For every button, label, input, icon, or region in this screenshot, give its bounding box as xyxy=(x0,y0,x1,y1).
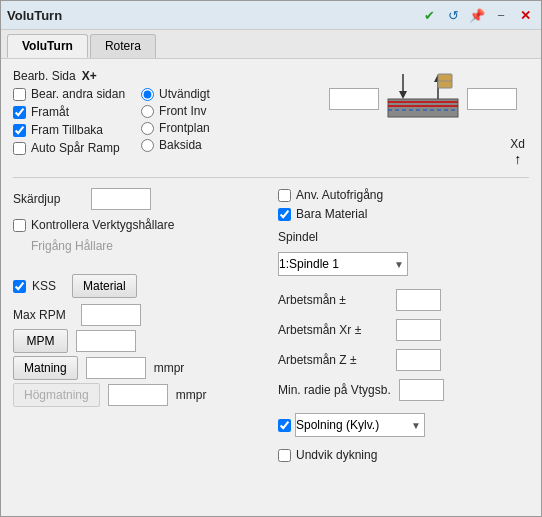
hogmatning-input[interactable]: 3 xyxy=(108,384,168,406)
min-radie-label: Min. radie på Vtygsb. xyxy=(278,383,391,397)
title-bar: VoluTurn ✔ ↺ 📌 − ✕ xyxy=(1,1,541,30)
undvik-dykning-label: Undvik dykning xyxy=(296,448,377,462)
bearb-sida-row: Bearb. Sida X+ xyxy=(13,69,125,83)
panel-left: Skärdjup 0.9 Kontrollera Verktygshållare… xyxy=(13,188,264,506)
framat-checkbox[interactable] xyxy=(13,106,26,119)
mpm-input[interactable]: 180 xyxy=(76,330,136,352)
svg-marker-1 xyxy=(399,91,407,99)
radio-group: Utvändigt Front Inv Frontplan Baksida xyxy=(141,69,210,167)
arbetsman-xr-input[interactable]: 0 xyxy=(396,319,441,341)
arbetsman-xr-row: Arbetsmån Xr ± 0 xyxy=(278,319,529,341)
arbetsman-xr-label: Arbetsmån Xr ± xyxy=(278,323,388,337)
arbetsman-pm-input[interactable]: 0 xyxy=(396,289,441,311)
undvik-dykning-checkbox[interactable] xyxy=(278,449,291,462)
framat-label: Framåt xyxy=(31,105,69,119)
bear-andra-sidan-checkbox[interactable] xyxy=(13,88,26,101)
hogmatning-unit: mmpr xyxy=(176,388,207,402)
frontplan-row: Frontplan xyxy=(141,121,210,135)
bottom-left-section: KSS Material Max RPM 3000 MPM 180 Matnin… xyxy=(13,274,264,410)
front-inv-radio[interactable] xyxy=(141,105,154,118)
close-button[interactable]: ✕ xyxy=(515,5,535,25)
undvik-dykning-row: Undvik dykning xyxy=(278,448,529,462)
min-radie-input[interactable]: 0.3 xyxy=(399,379,444,401)
anv-autofrigaong-row: Anv. Autofrigång xyxy=(278,188,529,202)
matning-unit: mmpr xyxy=(154,361,185,375)
frontplan-label: Frontplan xyxy=(159,121,210,135)
frontplan-radio[interactable] xyxy=(141,122,154,135)
panel-right: Anv. Autofrigång Bara Material Spindel 1… xyxy=(278,188,529,506)
matning-row: Matning 0.85 mmpr xyxy=(13,356,264,380)
anv-autofrigaong-checkbox[interactable] xyxy=(278,189,291,202)
matning-button[interactable]: Matning xyxy=(13,356,78,380)
middle-section: Skärdjup 0.9 Kontrollera Verktygshållare… xyxy=(13,188,529,506)
pin-button[interactable]: 📌 xyxy=(467,5,487,25)
fram-tillbaka-checkbox[interactable] xyxy=(13,124,26,137)
spindel-select-row: 1:Spindle 1 2:Spindle 2 ▼ xyxy=(278,252,529,276)
spindel-select[interactable]: 1:Spindle 1 2:Spindle 2 xyxy=(278,252,408,276)
kss-checkbox[interactable] xyxy=(13,280,26,293)
x-plus-label: X+ xyxy=(82,69,97,83)
baksida-label: Baksida xyxy=(159,138,202,152)
xd-block: Xd ↑ xyxy=(510,137,525,167)
diagram-right-input[interactable]: 100 xyxy=(467,88,517,110)
window-title: VoluTurn xyxy=(7,8,62,23)
auto-spar-ramp-checkbox[interactable] xyxy=(13,142,26,155)
auto-spar-ramp-row: Auto Spår Ramp xyxy=(13,141,125,155)
frigaong-label: Frigång Hållare xyxy=(31,239,113,253)
spolning-select[interactable]: Spolning (Kylv.) Luft Av xyxy=(295,413,425,437)
bearb-sida-label: Bearb. Sida xyxy=(13,69,76,83)
spolning-row: Spolning (Kylv.) Luft Av ▼ xyxy=(278,413,529,437)
bara-material-label: Bara Material xyxy=(296,207,367,221)
mpm-row: MPM 180 xyxy=(13,329,264,353)
title-controls: ✔ ↺ 📌 − ✕ xyxy=(419,5,535,25)
spindel-label: Spindel xyxy=(278,230,318,244)
divider-1 xyxy=(13,177,529,178)
bear-andra-sidan-row: Bear. andra sidan xyxy=(13,87,125,101)
kontrollera-row: Kontrollera Verktygshållare xyxy=(13,218,264,232)
max-rpm-input[interactable]: 3000 xyxy=(81,304,141,326)
utvandigt-row: Utvändigt xyxy=(141,87,210,101)
front-inv-row: Front Inv xyxy=(141,104,210,118)
kontrollera-checkbox[interactable] xyxy=(13,219,26,232)
arbetsman-pm-label: Arbetsmån ± xyxy=(278,293,388,307)
diagram-left-input[interactable]: 100 xyxy=(329,88,379,110)
spindel-row: Spindel xyxy=(278,230,529,244)
diagram-svg xyxy=(383,69,463,129)
arbetsman-z-row: Arbetsmån Z ± 0 xyxy=(278,349,529,371)
baksida-row: Baksida xyxy=(141,138,210,152)
main-content: Bearb. Sida X+ Bear. andra sidan Framåt … xyxy=(1,59,541,516)
spindel-select-wrapper: 1:Spindle 1 2:Spindle 2 ▼ xyxy=(278,252,408,276)
anv-autofrigaong-label: Anv. Autofrigång xyxy=(296,188,383,202)
bara-material-checkbox[interactable] xyxy=(278,208,291,221)
baksida-radio[interactable] xyxy=(141,139,154,152)
bara-material-row: Bara Material xyxy=(278,207,529,221)
top-section: Bearb. Sida X+ Bear. andra sidan Framåt … xyxy=(13,69,529,167)
arbetsman-z-input[interactable]: 0 xyxy=(396,349,441,371)
tab-rotera[interactable]: Rotera xyxy=(90,34,156,58)
top-left: Bearb. Sida X+ Bear. andra sidan Framåt … xyxy=(13,69,210,167)
mpm-button[interactable]: MPM xyxy=(13,329,68,353)
arbetsman-z-label: Arbetsmån Z ± xyxy=(278,353,388,367)
arbetsman-pm-row: Arbetsmån ± 0 xyxy=(278,289,529,311)
kss-label: KSS xyxy=(32,279,56,293)
diagram-panel: 100 xyxy=(329,69,529,167)
tab-voluturn[interactable]: VoluTurn xyxy=(7,34,88,58)
kss-row: KSS Material xyxy=(13,274,264,298)
check-button[interactable]: ✔ xyxy=(419,5,439,25)
frigaong-row: Frigång Hållare xyxy=(13,239,264,253)
skardjup-row: Skärdjup 0.9 xyxy=(13,188,264,210)
matning-input[interactable]: 0.85 xyxy=(86,357,146,379)
xd-arrow: ↑ xyxy=(514,151,521,167)
utvandigt-radio[interactable] xyxy=(141,88,154,101)
material-button[interactable]: Material xyxy=(72,274,137,298)
minimize-button[interactable]: − xyxy=(491,5,511,25)
xd-row: Xd ↑ xyxy=(329,137,529,167)
refresh-button[interactable]: ↺ xyxy=(443,5,463,25)
bear-andra-sidan-label: Bear. andra sidan xyxy=(31,87,125,101)
fram-tillbaka-label: Fram Tillbaka xyxy=(31,123,103,137)
skardjup-label: Skärdjup xyxy=(13,192,83,206)
hogmatning-button[interactable]: Högmatning xyxy=(13,383,100,407)
max-rpm-label: Max RPM xyxy=(13,308,73,322)
skardjup-input[interactable]: 0.9 xyxy=(91,188,151,210)
spolning-checkbox[interactable] xyxy=(278,419,291,432)
